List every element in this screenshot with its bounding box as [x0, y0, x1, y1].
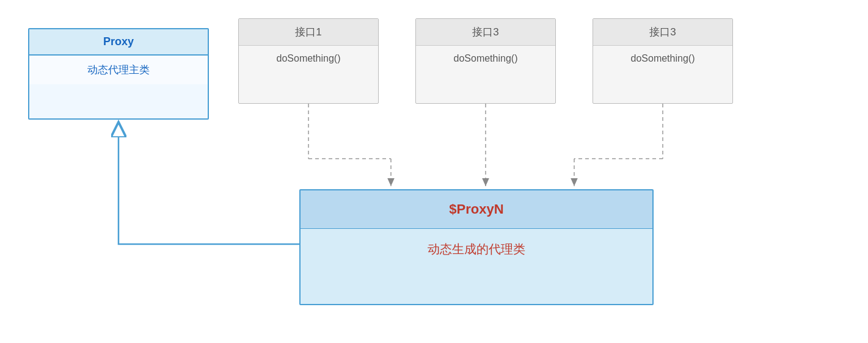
- proxyn-class-title: $ProxyN: [301, 190, 652, 228]
- diagram-container: Proxy 动态代理主类 接口1 doSomething() 接口3 doSom…: [0, 0, 868, 343]
- interface-3b-title: 接口3: [593, 19, 732, 45]
- proxy-class-title: Proxy: [29, 29, 208, 55]
- proxy-class-body: 动态代理主类: [29, 55, 208, 84]
- proxy-class-box: Proxy 动态代理主类: [28, 28, 209, 120]
- inheritance-arrow: [119, 122, 299, 244]
- interface-1-title: 接口1: [239, 19, 378, 45]
- interface-box-3b: 接口3 doSomething(): [593, 18, 733, 104]
- interface-3b-method: doSomething(): [593, 45, 732, 71]
- interface-3a-title: 接口3: [416, 19, 555, 45]
- interface-box-1: 接口1 doSomething(): [238, 18, 379, 104]
- proxyn-class-box: $ProxyN 动态生成的代理类: [299, 189, 654, 305]
- interface-1-method: doSomething(): [239, 45, 378, 71]
- proxyn-class-body: 动态生成的代理类: [301, 228, 652, 270]
- interface-3a-method: doSomething(): [416, 45, 555, 71]
- interface-box-3a: 接口3 doSomething(): [415, 18, 556, 104]
